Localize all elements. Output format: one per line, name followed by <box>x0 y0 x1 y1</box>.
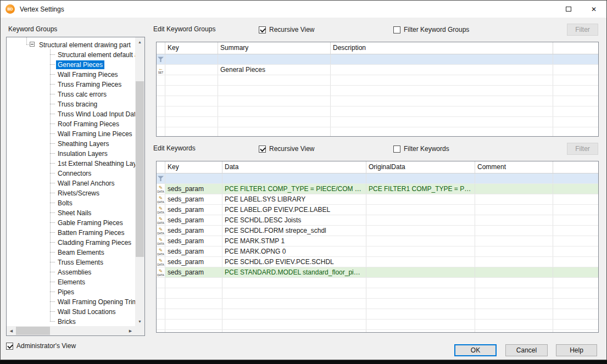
cell-originaldata[interactable] <box>366 267 475 277</box>
tree-item[interactable]: Sheathing Layers <box>7 138 135 148</box>
tree-item-selected[interactable]: General Pieces <box>7 59 135 69</box>
cell-key[interactable]: seds_param <box>165 267 222 277</box>
cell-originaldata[interactable] <box>366 257 475 267</box>
cell-data[interactable]: PCE LABEL.SYS LIBRARY <box>222 194 366 204</box>
keyword-row[interactable]: DATA seds_param PCE SCHDL.FORM strepce_s… <box>157 226 598 236</box>
tree-item[interactable]: Wall Panel Anchors <box>7 178 135 188</box>
filter-keywords-checkbox[interactable]: Filter Keywords <box>393 145 449 153</box>
cancel-button[interactable]: Cancel <box>505 344 548 356</box>
cell-originaldata[interactable] <box>366 236 475 246</box>
column-header-comment[interactable]: Comment <box>475 161 553 173</box>
checkbox-icon[interactable] <box>393 145 400 153</box>
groups-filter-row[interactable] <box>157 54 598 65</box>
administrators-view-checkbox[interactable]: Administrator's View <box>6 342 76 350</box>
keyword-row[interactable]: DATA seds_param PCE SCHDL.GP EVIEV.PCE.S… <box>157 257 598 267</box>
cell-originaldata[interactable] <box>366 194 475 204</box>
ok-button[interactable]: OK <box>454 344 497 356</box>
keyword-row[interactable]: DATA seds_param PCE STANDARD.MODEL stand… <box>157 267 598 278</box>
checkbox-icon[interactable] <box>259 26 266 33</box>
collapse-icon[interactable] <box>30 42 35 47</box>
filter-cell-comment[interactable] <box>475 173 553 183</box>
scroll-down-icon[interactable] <box>135 317 144 326</box>
checkbox-icon[interactable] <box>393 26 400 33</box>
filter-cell-description[interactable] <box>331 54 553 64</box>
filter-cell-key[interactable] <box>165 173 222 183</box>
tree-item[interactable]: Rivets/Screws <box>7 188 135 198</box>
cell-data[interactable]: PCE MARK.STMP 1 <box>222 236 366 246</box>
checkbox-icon[interactable] <box>259 145 266 153</box>
keyword-row[interactable]: DATA seds_param PCE MARK.STMP 1 <box>157 236 598 247</box>
close-button[interactable] <box>581 1 606 18</box>
groups-recursive-view-checkbox[interactable]: Recursive View <box>259 26 314 33</box>
tree-item[interactable]: Cladding Framing Pieces <box>7 237 135 247</box>
cell-comment[interactable] <box>475 267 553 277</box>
scroll-left-icon[interactable] <box>7 326 16 335</box>
keywords-filter-row[interactable] <box>157 173 598 184</box>
cell-data[interactable]: PCE MARK.OPNG 0 <box>222 247 366 256</box>
column-header-data[interactable]: Data <box>222 161 366 173</box>
scroll-right-icon[interactable] <box>126 326 135 335</box>
keyword-row[interactable]: DATA seds_param PCE LABEL.SYS LIBRARY <box>157 194 598 205</box>
keyword-row[interactable]: DATA seds_param PCE FILTER1 COMP_TYPE = … <box>157 184 598 194</box>
column-header-originaldata[interactable]: OriginalData <box>366 161 475 173</box>
tree-item[interactable]: Wall Stud Locations <box>7 306 135 316</box>
tree-item[interactable]: Wall Framing Line Pieces <box>7 128 135 138</box>
column-header-key[interactable]: Key <box>165 42 218 54</box>
keyword-row[interactable]: DATA seds_param PCE SCHDL.DESC Joists <box>157 215 598 226</box>
cell-description[interactable] <box>331 65 553 75</box>
tree-item[interactable]: Truss Elements <box>7 257 135 267</box>
tree-item[interactable]: Wall Framing Pieces <box>7 69 135 79</box>
cell-summary[interactable]: General Pieces <box>218 65 331 75</box>
tree-item[interactable]: Truss calc errors <box>7 89 135 99</box>
cell-key[interactable]: seds_param <box>165 215 222 225</box>
cell-comment[interactable] <box>475 184 553 194</box>
cell-data[interactable]: PCE FILTER1 COMP_TYPE = PIECE/COM or COM… <box>222 184 366 194</box>
cell-originaldata[interactable] <box>366 205 475 215</box>
tree-item[interactable]: Truss bracing <box>7 99 135 109</box>
tree-item[interactable]: Insulation Layers <box>7 148 135 158</box>
cell-key[interactable]: seds_param <box>165 205 222 215</box>
horizontal-scroll-thumb[interactable] <box>16 327 50 335</box>
cell-data[interactable]: PCE SCHDL.FORM strepce_schdl <box>222 226 366 236</box>
keywords-recursive-view-checkbox[interactable]: Recursive View <box>259 145 314 153</box>
tree-item[interactable]: Bolts <box>7 198 135 208</box>
cell-data[interactable]: PCE STANDARD.MODEL standard_floor_pieces… <box>222 267 366 277</box>
tree-vertical-scrollbar[interactable] <box>135 37 144 326</box>
tree-item[interactable]: Truss Wind Load Input Data <box>7 109 135 119</box>
cell-originaldata[interactable] <box>366 215 475 225</box>
filter-cell-data[interactable] <box>222 173 366 183</box>
cell-key[interactable]: seds_param <box>165 184 222 194</box>
column-header-description[interactable]: Description <box>331 42 553 54</box>
cell-key[interactable]: seds_param <box>165 236 222 246</box>
tree-item[interactable]: Batten Framing Pieces <box>7 227 135 237</box>
filter-cell-key[interactable] <box>165 54 218 64</box>
scroll-up-icon[interactable] <box>135 37 144 47</box>
tree-item[interactable]: Pipes <box>7 287 135 296</box>
tree-item[interactable]: Assemblies <box>7 267 135 277</box>
cell-comment[interactable] <box>475 226 553 236</box>
tree-item[interactable]: Connectors <box>7 168 135 178</box>
cell-key[interactable] <box>165 65 218 75</box>
tree-item[interactable]: Structural element default av <box>7 49 135 59</box>
maximize-button[interactable] <box>556 1 581 18</box>
tree-item[interactable]: Truss Framing Pieces <box>7 79 135 89</box>
cell-comment[interactable] <box>475 236 553 246</box>
tree-item[interactable]: Sheet Nails <box>7 208 135 217</box>
tree-item[interactable]: Roof Framing Pieces <box>7 119 135 128</box>
group-row[interactable]: SET General Pieces <box>157 65 598 75</box>
cell-key[interactable]: seds_param <box>165 194 222 204</box>
cell-key[interactable]: seds_param <box>165 247 222 256</box>
tree-item[interactable]: 1st External Sheathing Layer <box>7 158 135 168</box>
cell-originaldata[interactable]: PCE FILTER1 COMP_TYPE = PIECE/... <box>366 184 475 194</box>
filter-keyword-groups-checkbox[interactable]: Filter Keyword Groups <box>393 26 469 33</box>
cell-comment[interactable] <box>475 205 553 215</box>
tree-horizontal-scrollbar[interactable] <box>7 326 135 335</box>
filter-cell-originaldata[interactable] <box>366 173 475 183</box>
tree-item[interactable]: Gable Framing Pieces <box>7 217 135 227</box>
tree-item[interactable]: Beam Elements <box>7 247 135 257</box>
tree-item[interactable]: Elements <box>7 277 135 287</box>
cell-key[interactable]: seds_param <box>165 257 222 267</box>
vertical-scroll-thumb[interactable] <box>136 81 144 257</box>
filter-cell-summary[interactable] <box>218 54 331 64</box>
cell-comment[interactable] <box>475 257 553 267</box>
